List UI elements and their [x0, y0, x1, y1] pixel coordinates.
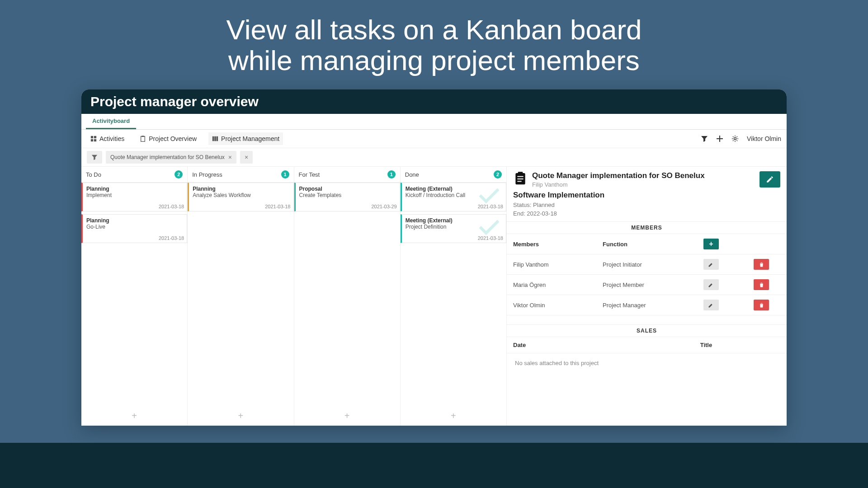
member-row: Viktor Olmin Project Manager	[507, 295, 787, 315]
column-title: To Do	[86, 171, 101, 178]
card-title: Planning	[86, 186, 183, 192]
member-role: Project Initiator	[596, 254, 686, 275]
svg-rect-13	[517, 178, 523, 179]
column-title: For Test	[299, 171, 320, 178]
toolbar-label: Project Management	[221, 135, 279, 142]
project-type: Software Implementation	[513, 191, 780, 200]
sales-table-head: Date Title	[507, 337, 787, 353]
card-desc: Go-Live	[86, 224, 183, 230]
svg-rect-2	[91, 139, 93, 141]
sales-empty-state: No sales attached to this project	[507, 353, 787, 373]
columns-icon	[212, 136, 218, 142]
footer-band	[0, 443, 868, 488]
delete-member-button[interactable]	[754, 279, 769, 290]
filter-icon[interactable]	[701, 135, 708, 142]
kanban-column-todo: To Do 2 Planning Implement 2021-03-18 Pl…	[81, 167, 188, 426]
kanban-card[interactable]: Planning Analyze Sales Workflow 2021-03-…	[188, 183, 293, 211]
card-title: Proposal	[299, 186, 396, 192]
kanban-card[interactable]: Planning Go-Live 2021-03-18	[81, 214, 187, 243]
col-members: Members	[507, 234, 596, 254]
kanban-board: To Do 2 Planning Implement 2021-03-18 Pl…	[81, 167, 506, 426]
app-window: Project manager overview Activityboard A…	[81, 89, 787, 426]
add-card-button[interactable]: +	[401, 406, 506, 426]
edit-project-button[interactable]	[760, 171, 780, 188]
hero-line-1: View all tasks on a Kanban board	[226, 14, 642, 45]
svg-rect-14	[517, 181, 521, 182]
card-title: Planning	[86, 217, 183, 224]
chip-label: Quote Manager implementation for SO Bene…	[110, 154, 225, 160]
kanban-column-fortest: For Test 1 Proposal Create Templates 202…	[294, 167, 401, 426]
column-count-badge: 2	[175, 170, 183, 178]
clipboard-icon	[140, 136, 146, 142]
svg-rect-8	[217, 136, 218, 141]
add-card-button[interactable]: +	[81, 406, 187, 426]
svg-rect-11	[518, 172, 523, 174]
sales-section-heading: SALES	[507, 324, 787, 337]
tab-label: Activityboard	[92, 117, 130, 124]
kanban-column-done: Done 2 Meeting (External) Kickoff / Intr…	[401, 167, 506, 426]
card-desc: Create Templates	[299, 192, 396, 198]
col-date: Date	[513, 342, 700, 348]
toolbar-activities[interactable]: Activities	[87, 132, 128, 145]
active-filter-chip[interactable]: Quote Manager implementation for SO Bene…	[106, 151, 236, 164]
filter-toggle[interactable]	[87, 151, 102, 164]
grid-icon	[90, 136, 97, 142]
toolbar-label: Activities	[99, 135, 124, 142]
edit-member-button[interactable]	[703, 259, 719, 270]
add-member-button[interactable]: +	[703, 239, 719, 249]
column-count-badge: 1	[387, 170, 396, 178]
view-toolbar: Activities Project Overview Project Mana…	[81, 130, 787, 148]
member-name: Viktor Olmin	[507, 295, 596, 315]
card-date: 2021-03-18	[159, 204, 184, 209]
column-title: In Progress	[192, 171, 222, 178]
clear-filters-button[interactable]: ×	[240, 151, 253, 164]
filter-chip-row: Quote Manager implementation for SO Bene…	[81, 148, 787, 167]
toolbar-project-management[interactable]: Project Management	[208, 132, 283, 145]
project-end: End: 2022-03-18	[513, 210, 780, 217]
svg-rect-3	[94, 139, 96, 141]
project-detail-panel: Quote Manager implementation for SO Bene…	[506, 167, 787, 426]
edit-member-button[interactable]	[703, 300, 719, 310]
col-function: Function	[596, 234, 686, 254]
col-title: Title	[700, 342, 712, 348]
toolbar-label: Project Overview	[149, 135, 197, 142]
member-row: Maria Ögren Project Member	[507, 275, 787, 295]
card-date: 2021-03-18	[478, 235, 503, 241]
member-name: Maria Ögren	[507, 275, 596, 295]
member-name: Filip Vanthom	[507, 254, 596, 275]
add-card-button[interactable]: +	[294, 406, 400, 426]
gear-icon[interactable]	[731, 135, 739, 142]
member-role: Project Member	[596, 275, 686, 295]
kanban-column-inprogress: In Progress 1 Planning Analyze Sales Wor…	[188, 167, 294, 426]
add-icon[interactable]	[716, 135, 723, 142]
svg-rect-1	[94, 136, 96, 138]
funnel-icon	[91, 154, 98, 160]
tab-activityboard[interactable]: Activityboard	[86, 114, 136, 129]
kanban-card[interactable]: Meeting (External) Project Definition 20…	[401, 214, 506, 243]
column-count-badge: 1	[281, 170, 289, 178]
member-row: Filip Vanthom Project Initiator	[507, 254, 787, 275]
primary-tabs: Activityboard	[81, 114, 787, 130]
kanban-card[interactable]: Planning Implement 2021-03-18	[81, 183, 187, 211]
kanban-card[interactable]: Meeting (External) Kickoff / Introductio…	[401, 183, 506, 211]
project-title: Quote Manager implementation for SO Bene…	[532, 171, 755, 180]
chip-remove-icon[interactable]: ×	[228, 154, 232, 161]
card-date: 2021-03-18	[265, 204, 290, 209]
svg-rect-12	[517, 176, 523, 177]
card-title: Planning	[193, 186, 289, 192]
column-title: Done	[405, 171, 419, 178]
app-title: Project manager overview	[90, 94, 259, 109]
delete-member-button[interactable]	[754, 259, 769, 270]
delete-member-button[interactable]	[754, 300, 769, 310]
edit-member-button[interactable]	[703, 279, 719, 290]
svg-rect-7	[214, 136, 216, 141]
kanban-card[interactable]: Proposal Create Templates 2021-03-29	[294, 183, 400, 211]
svg-rect-4	[141, 136, 145, 141]
member-role: Project Manager	[596, 295, 686, 315]
add-card-button[interactable]: +	[188, 406, 293, 426]
current-user[interactable]: Viktor Olmin	[747, 135, 781, 142]
svg-point-9	[734, 138, 736, 140]
toolbar-project-overview[interactable]: Project Overview	[136, 132, 200, 145]
project-owner: Filip Vanthom	[532, 181, 755, 188]
card-date: 2021-03-29	[371, 204, 396, 209]
